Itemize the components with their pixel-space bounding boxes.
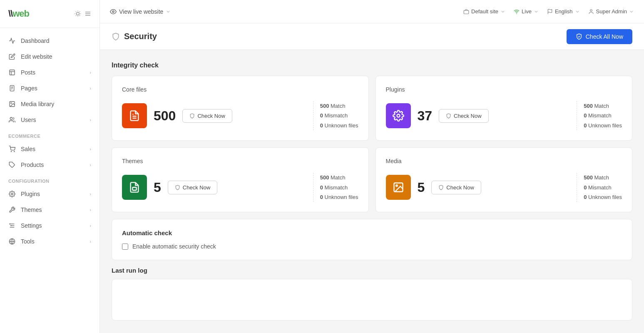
chevron-down-icon bbox=[166, 9, 171, 14]
media-count: 5 bbox=[418, 180, 425, 195]
last-run-log-area bbox=[112, 279, 632, 321]
chevron-right-icon: › bbox=[90, 147, 91, 152]
themes-check-button[interactable]: Check Now bbox=[168, 181, 217, 194]
svg-point-32 bbox=[397, 114, 400, 117]
chevron-down-icon bbox=[500, 9, 505, 14]
media-card-icon bbox=[386, 175, 411, 200]
edit-icon bbox=[8, 53, 16, 60]
svg-rect-33 bbox=[132, 187, 136, 190]
sidebar-label-users: Users bbox=[21, 117, 36, 123]
shield-icon-small bbox=[438, 185, 444, 190]
sidebar-label-posts: Posts bbox=[21, 69, 35, 76]
view-live-website[interactable]: View live website bbox=[110, 8, 171, 15]
core-files-stats: 500 Match 0 Mismatch 0 Unknown files bbox=[313, 101, 358, 130]
svg-rect-4 bbox=[10, 70, 15, 75]
svg-point-25 bbox=[112, 11, 114, 12]
content-area: Integrity check Core files 500 Check Now… bbox=[100, 50, 644, 333]
user-selector[interactable]: Super Admin bbox=[588, 8, 634, 15]
shield-icon-small bbox=[189, 113, 195, 119]
shield-check-icon bbox=[576, 33, 582, 40]
svg-point-35 bbox=[396, 185, 398, 186]
plugins-icon bbox=[386, 103, 411, 128]
sidebar-label-sales: Sales bbox=[21, 146, 35, 152]
plugins-check-button[interactable]: Check Now bbox=[439, 109, 488, 123]
sidebar: \\web Dashboard Edit website Posts › bbox=[0, 0, 100, 333]
themes-icon bbox=[122, 175, 147, 200]
topbar: View live website Default site Live Engl… bbox=[100, 0, 644, 23]
menu-icon[interactable] bbox=[85, 10, 91, 17]
section-label-configuration: CONFIGURATION bbox=[0, 173, 99, 186]
plugins-title: Plugins bbox=[386, 86, 622, 93]
sidebar-item-edit-website[interactable]: Edit website bbox=[0, 49, 99, 65]
media-title: Media bbox=[386, 158, 622, 164]
cart-icon bbox=[8, 145, 16, 153]
svg-rect-26 bbox=[464, 10, 469, 14]
logo-icons bbox=[75, 10, 91, 17]
sidebar-item-themes[interactable]: Themes › bbox=[0, 202, 99, 218]
plugins-body: 37 Check Now 500 Match 0 Mismatch 0 Unkn… bbox=[386, 101, 622, 130]
chevron-right-icon: › bbox=[90, 70, 91, 75]
tag-icon bbox=[8, 161, 16, 169]
chevron-right-icon: › bbox=[90, 191, 91, 196]
chevron-down-icon bbox=[575, 9, 580, 14]
chevron-down-icon bbox=[534, 9, 539, 14]
svg-point-15 bbox=[14, 151, 15, 152]
sidebar-label-products: Products bbox=[21, 162, 44, 168]
last-run-log-title: Last run log bbox=[112, 267, 632, 274]
default-site-label: Default site bbox=[471, 8, 498, 15]
sidebar-item-plugins[interactable]: Plugins › bbox=[0, 186, 99, 202]
svg-point-14 bbox=[11, 151, 11, 152]
media-check-button[interactable]: Check Now bbox=[431, 181, 481, 194]
plugins-stats: 500 Match 0 Mismatch 0 Unknown files bbox=[577, 101, 622, 130]
sidebar-label-settings: Settings bbox=[21, 222, 42, 229]
themes-body: 5 Check Now 500 Match 0 Mismatch 0 Unkno… bbox=[122, 173, 358, 202]
main-content: View live website Default site Live Engl… bbox=[100, 0, 644, 333]
core-files-check-button[interactable]: Check Now bbox=[182, 109, 232, 123]
logo: \\web bbox=[8, 8, 29, 19]
chevron-right-icon: › bbox=[90, 239, 91, 244]
themes-count: 5 bbox=[154, 180, 161, 195]
shield-icon bbox=[112, 32, 120, 41]
sidebar-item-settings[interactable]: Settings › bbox=[0, 218, 99, 234]
auto-check-row: Enable automatic security check bbox=[122, 243, 622, 250]
chevron-right-icon: › bbox=[90, 207, 91, 212]
chart-icon bbox=[8, 37, 16, 45]
sidebar-logo: \\web bbox=[0, 0, 99, 28]
sidebar-item-tools[interactable]: Tools › bbox=[0, 234, 99, 249]
sidebar-item-posts[interactable]: Posts › bbox=[0, 65, 99, 80]
auto-check-label: Enable automatic security check bbox=[132, 243, 216, 250]
sidebar-item-users[interactable]: Users › bbox=[0, 112, 99, 128]
media-stats: 500 Match 0 Mismatch 0 Unknown files bbox=[577, 173, 622, 202]
svg-point-12 bbox=[11, 103, 12, 104]
sidebar-item-pages[interactable]: Pages › bbox=[0, 80, 99, 96]
globe-icon bbox=[8, 238, 16, 245]
check-all-now-button[interactable]: Check All Now bbox=[567, 29, 632, 44]
theme-icon[interactable] bbox=[75, 10, 81, 17]
posts-icon bbox=[8, 69, 16, 76]
user-label: Super Admin bbox=[596, 8, 627, 15]
shield-icon-small bbox=[446, 113, 451, 119]
live-selector[interactable]: Live bbox=[514, 8, 539, 15]
integrity-check-title: Integrity check bbox=[112, 62, 632, 69]
themes-card: Themes 5 Check Now 500 Match 0 Mismatch … bbox=[112, 147, 369, 212]
user-icon bbox=[588, 9, 594, 15]
chevron-right-icon: › bbox=[90, 117, 91, 122]
eye-icon bbox=[110, 8, 117, 15]
automatic-check-title: Automatic check bbox=[122, 229, 622, 236]
sidebar-item-media-library[interactable]: Media library bbox=[0, 96, 99, 112]
section-label-ecommerce: ECOMMERCE bbox=[0, 128, 99, 141]
sidebar-label-pages: Pages bbox=[21, 85, 37, 92]
media-icon bbox=[8, 100, 16, 108]
automatic-check-card: Automatic check Enable automatic securit… bbox=[112, 219, 632, 260]
auto-check-checkbox[interactable] bbox=[122, 244, 128, 250]
plugins-card: Plugins 37 Check Now 500 Match 0 Mismatc… bbox=[375, 76, 633, 141]
sidebar-item-dashboard[interactable]: Dashboard bbox=[0, 33, 99, 49]
language-selector[interactable]: English bbox=[547, 8, 580, 15]
settings-icon bbox=[8, 222, 16, 229]
default-site-selector[interactable]: Default site bbox=[463, 8, 505, 15]
sidebar-item-products[interactable]: Products › bbox=[0, 157, 99, 173]
core-files-icon bbox=[122, 103, 147, 128]
view-live-label: View live website bbox=[119, 8, 163, 15]
topbar-right: Default site Live English Super Admin bbox=[463, 8, 634, 15]
sidebar-item-sales[interactable]: Sales › bbox=[0, 141, 99, 157]
